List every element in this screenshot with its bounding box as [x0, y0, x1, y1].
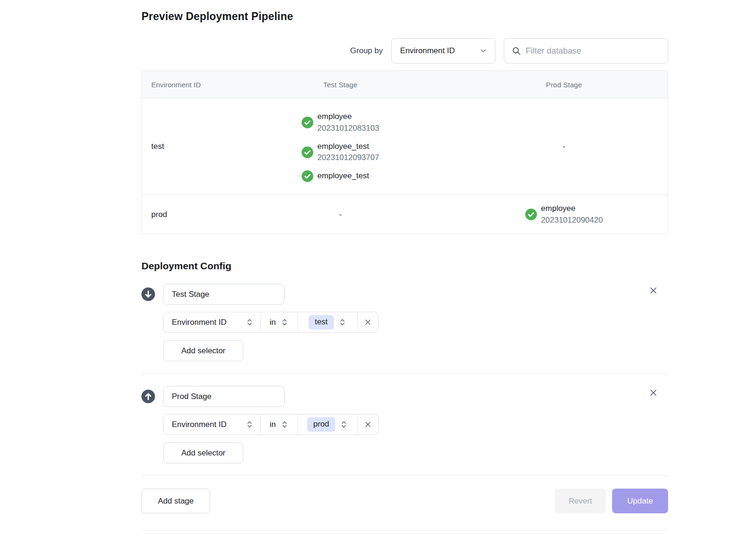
selector-row: Environment ID in test: [163, 312, 668, 333]
group-by-selected-value: Environment ID: [400, 46, 455, 56]
selector-operator-value: in: [269, 318, 275, 327]
column-header-prod-stage: Prod Stage: [459, 71, 669, 98]
stage-config-prod: Environment ID in prod Add selector: [141, 374, 668, 463]
pipeline-table: Environment ID Test Stage Prod Stage tes…: [141, 70, 668, 234]
stage-name-input[interactable]: [163, 386, 285, 407]
deployment-text: employee_test: [317, 170, 369, 182]
deployment-text: employee 20231012090420: [541, 203, 603, 226]
close-icon: [364, 318, 372, 326]
selector-row: Environment ID in prod: [163, 414, 668, 435]
selector-group: Environment ID in test: [163, 312, 379, 333]
close-icon: [649, 286, 658, 295]
group-by-select[interactable]: Environment ID: [391, 38, 495, 63]
deployment-text: employee 20231012083103: [317, 111, 379, 134]
schema-version: 20231012090420: [541, 215, 603, 226]
selector-field-select[interactable]: Environment ID: [163, 312, 261, 332]
prod-stage-cell: employee 20231012090420: [459, 195, 669, 234]
schema-version: 20231012093707: [317, 152, 379, 164]
stage-name-input[interactable]: [163, 284, 285, 305]
updown-caret-icon: [340, 420, 348, 428]
stage-head: [141, 386, 668, 407]
selector-operator-value: in: [269, 420, 275, 429]
footer-divider: [141, 476, 668, 476]
updown-caret-icon: [281, 318, 289, 326]
selector-field-value: Environment ID: [172, 318, 226, 327]
success-check-icon: [302, 170, 313, 182]
remove-selector-button[interactable]: [358, 312, 378, 332]
remove-stage-button[interactable]: [647, 386, 660, 399]
selector-field-select[interactable]: Environment ID: [163, 414, 261, 434]
pipeline-controls: Group by Environment ID: [141, 38, 668, 63]
success-check-icon: [525, 209, 537, 220]
arrow-down-circle-icon: [141, 287, 155, 301]
database-name: employee_test: [317, 141, 379, 153]
environment-id-cell: prod: [142, 195, 221, 234]
footer-actions: Add stage Revert Update: [141, 489, 668, 513]
test-stage-empty-cell: -: [221, 195, 459, 234]
database-name: employee: [317, 111, 379, 123]
test-stage-cell: employee 20231012083103 employee_test 20…: [221, 98, 459, 195]
main-content: Preview Deployment Pipeline Group by Env…: [141, 0, 668, 531]
close-icon: [364, 420, 372, 428]
selector-operator-select[interactable]: in: [261, 414, 298, 434]
column-header-environment-id: Environment ID: [142, 71, 221, 98]
revert-button[interactable]: Revert: [555, 489, 606, 513]
database-name: employee: [541, 203, 603, 215]
stage-config-test: Environment ID in test Add selector: [141, 272, 668, 361]
prod-stage-empty-cell: -: [459, 98, 669, 195]
deployment-text: employee_test 20231012093707: [317, 141, 379, 164]
selector-group: Environment ID in prod: [163, 414, 379, 435]
selector-value-select[interactable]: test: [298, 312, 358, 332]
add-stage-button[interactable]: Add stage: [141, 489, 210, 513]
deployment-config-title: Deployment Config: [141, 260, 668, 272]
updown-caret-icon: [246, 420, 254, 428]
environment-id-cell: test: [142, 98, 221, 195]
search-icon: [512, 46, 521, 56]
deployment-list: employee 20231012083103 employee_test 20…: [302, 103, 379, 190]
success-check-icon: [302, 117, 313, 128]
group-by-label: Group by: [350, 46, 383, 56]
list-item: employee 20231012090420: [525, 203, 603, 226]
update-button[interactable]: Update: [612, 489, 668, 513]
close-icon: [649, 388, 658, 397]
column-header-test-stage: Test Stage: [221, 71, 459, 98]
table-header-row: Environment ID Test Stage Prod Stage: [142, 71, 668, 98]
selector-value-select[interactable]: prod: [298, 414, 358, 434]
filter-database-input[interactable]: [526, 46, 660, 56]
selector-value-pill: test: [309, 315, 333, 329]
arrow-up-circle-icon: [141, 390, 155, 403]
list-item: employee 20231012083103: [302, 111, 379, 134]
updown-caret-icon: [338, 318, 346, 326]
database-name: employee_test: [317, 170, 369, 182]
remove-stage-button[interactable]: [647, 284, 660, 297]
list-item: employee_test 20231012093707: [302, 141, 379, 164]
footer-right-actions: Revert Update: [555, 489, 668, 513]
table-row: test employee 20231012083103 employee_te…: [142, 98, 668, 195]
selector-field-value: Environment ID: [172, 420, 226, 429]
chevron-down-icon: [479, 47, 487, 55]
table-row: prod - employee 20231012090420: [142, 195, 668, 234]
page-title: Preview Deployment Pipeline: [141, 10, 668, 23]
filter-database-box[interactable]: [504, 38, 668, 63]
stage-head: [141, 284, 668, 305]
add-selector-button[interactable]: Add selector: [163, 442, 243, 463]
list-item: employee_test: [302, 170, 379, 182]
updown-caret-icon: [246, 318, 254, 326]
add-selector-button[interactable]: Add selector: [163, 340, 243, 361]
success-check-icon: [302, 147, 313, 158]
schema-version: 20231012083103: [317, 123, 379, 134]
selector-operator-select[interactable]: in: [261, 312, 298, 332]
bottom-divider: [141, 530, 668, 531]
remove-selector-button[interactable]: [358, 414, 378, 434]
updown-caret-icon: [281, 420, 289, 428]
selector-value-pill: prod: [307, 417, 335, 431]
